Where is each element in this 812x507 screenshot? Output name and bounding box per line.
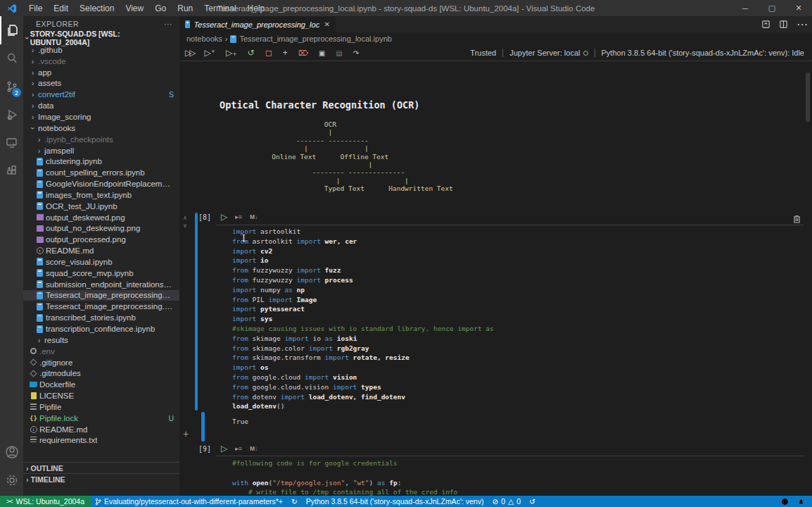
tree-item-license[interactable]: LICENSE	[23, 390, 179, 401]
tree-item-readme-md[interactable]: iREADME.md	[23, 245, 179, 256]
tree-item-image-scoring[interactable]: ›Image_scoring	[23, 111, 179, 123]
tree-item-app[interactable]: ›app	[23, 67, 179, 78]
tree-item-squad-score-mvp-ipynb[interactable]: squad_score_mvp.ipynb	[23, 268, 179, 279]
tree-item-transcribed-stories-ipynb[interactable]: transcribed_stories.ipynb	[23, 312, 179, 323]
run-below-icon[interactable]: ▸≡	[235, 445, 242, 452]
to-markdown-icon[interactable]: M↓	[250, 445, 258, 452]
tab-close-icon[interactable]: ✕	[324, 20, 330, 28]
tree-item-requirements-txt[interactable]: requirements.txt	[23, 435, 179, 446]
tree-item-pipfile[interactable]: Pipfile	[23, 401, 179, 413]
explorer-icon[interactable]	[0, 16, 23, 44]
tree-item--github[interactable]: ›.github	[23, 44, 179, 56]
settings-gear-icon[interactable]	[0, 466, 23, 494]
tab-notebook[interactable]: Tesseract_image_preprocessing_local.ipyn…	[179, 16, 336, 32]
python-interpreter-status[interactable]: Python 3.8.5 64-bit ('story-squad-ds-xJn…	[302, 496, 488, 507]
jupyter-server-status[interactable]: Jupyter Server: local	[502, 49, 594, 57]
tree-item-data[interactable]: ›data	[23, 100, 179, 111]
tree-item-results[interactable]: ›results	[23, 334, 179, 346]
remote-explorer-icon[interactable]	[0, 129, 23, 157]
tree-item-label: requirements.txt	[39, 436, 97, 444]
tree-item-tesseract-image-preprocessing-local-ipynb[interactable]: Tesseract_image_preprocessing_local.ipyn…	[23, 290, 179, 301]
tree-item--env[interactable]: .env	[23, 346, 179, 357]
menu-go[interactable]: Go	[149, 4, 172, 13]
kernel-interpreter-status[interactable]: Python 3.8.5 64-bit ('story-squad-ds-xJn…	[595, 49, 811, 57]
sync-status[interactable]: ↻	[287, 496, 302, 507]
tree-item-convert2tif[interactable]: ›convert2tifS	[23, 89, 179, 100]
explorer-actions-icon[interactable]: ···	[164, 20, 172, 28]
run-below-icon[interactable]: ▸≡	[235, 213, 242, 220]
run-cell-icon[interactable]: ▷	[221, 212, 227, 222]
tree-item-notebooks[interactable]: ›notebooks	[23, 123, 179, 134]
more-actions-icon[interactable]: ⋯	[797, 18, 808, 31]
notifications-bell-icon[interactable]	[793, 496, 812, 507]
tree-item-jamspell[interactable]: ›jamspell	[23, 145, 179, 156]
timeline-restore-status[interactable]: ↺	[525, 496, 540, 507]
tree-item-readme-md[interactable]: iREADME.md	[23, 424, 179, 435]
timeline-section[interactable]: › TIMELINE	[23, 473, 179, 484]
tree-item-transcription-confidence-ipynb[interactable]: transcription_confidence.ipynb	[23, 323, 179, 334]
menu-edit[interactable]: Edit	[48, 4, 74, 13]
trusted-status[interactable]: Trusted	[464, 49, 502, 57]
tree-item-count-spelling-errors-ipynb[interactable]: count_spelling_errors.ipynb	[23, 167, 179, 178]
interrupt-kernel-icon[interactable]: ◻	[265, 48, 272, 58]
breadcrumb-file[interactable]: Tesseract_image_preprocessing_local.ipyn…	[239, 35, 391, 43]
menu-file[interactable]: File	[23, 4, 48, 13]
tree-item-clustering-ipynb[interactable]: clustering.ipynb	[23, 156, 179, 167]
extensions-icon[interactable]	[0, 157, 23, 185]
insert-cell-icon[interactable]: +	[183, 428, 189, 439]
minimize-button[interactable]: ─	[732, 0, 759, 16]
tree-item-submission-endpoint-interations-ipynb[interactable]: submission_endpoint_interations.ipynb	[23, 279, 179, 290]
tree-item-output-deskewed-png[interactable]: output_deskewed.png	[23, 212, 179, 223]
run-cell-icon[interactable]: ▷	[221, 444, 227, 453]
search-icon[interactable]	[0, 44, 23, 73]
add-cell-icon[interactable]: +	[283, 48, 288, 58]
tree-item-score-visual-ipynb[interactable]: score_visual.ipynb	[23, 256, 179, 268]
split-editor-icon[interactable]	[779, 20, 788, 29]
menu-view[interactable]: View	[120, 4, 149, 13]
source-control-icon[interactable]: 2	[0, 73, 23, 101]
export-icon[interactable]: ↷	[353, 49, 359, 57]
tree-item-dockerfile[interactable]: Dockerfile	[23, 379, 179, 390]
menu-selection[interactable]: Selection	[74, 4, 120, 13]
run-cell-and-below-icon[interactable]: ▷₊	[226, 48, 237, 58]
editor-scrollbar[interactable]	[806, 73, 810, 122]
reopen-editor-icon[interactable]	[761, 20, 770, 29]
tree-item-images-from-text-ipynb[interactable]: images_from_text.ipynb	[23, 189, 179, 201]
workspace-root-folder[interactable]: › STORY-SQUAD-DS [WSL: UBUNTU_2004A]	[23, 32, 179, 44]
tree-item-output-processed-png[interactable]: output_processed.png	[23, 234, 179, 245]
menu-run[interactable]: Run	[172, 4, 198, 13]
breadcrumb-folder[interactable]: notebooks	[186, 35, 222, 43]
tree-item-tesseract-image-preprocessing-ipynb[interactable]: Tesseract_image_preprocessing.ipynb	[23, 301, 179, 312]
outline-section[interactable]: › OUTLINE	[23, 462, 179, 473]
tree-item--ipynb-checkpoints[interactable]: ›.ipynb_checkpoints	[23, 134, 179, 145]
remote-indicator[interactable]: >< WSL: Ubuntu_2004a	[0, 496, 91, 507]
tree-item-pipfile-lock[interactable]: {}Pipfile.lockU	[23, 413, 179, 424]
git-branch-status[interactable]: Evaluating/pytesseract-out-with-differen…	[91, 496, 287, 507]
run-all-cells-icon[interactable]: ▷▷	[185, 48, 194, 58]
clear-outputs-icon[interactable]: ⌦	[298, 49, 308, 57]
feedback-smiley-icon[interactable]	[777, 496, 793, 507]
tree-item--gitmodules[interactable]: .gitmodules	[23, 368, 179, 379]
tree-item-assets[interactable]: ›assets	[23, 78, 179, 89]
cell-code-editor[interactable]: import asrtoolkitfrom asrtoolkit import …	[232, 227, 494, 411]
cell-code-editor[interactable]: #following code is for google credential…	[232, 458, 457, 496]
code-cell-9[interactable]: [9] ▷ ▸≡ M↓ #following code is for googl…	[179, 444, 812, 496]
problems-status[interactable]: ⊘0 △0	[488, 496, 525, 507]
tree-item-output-no-deskewing-png[interactable]: output_no_deskewing.png	[23, 223, 179, 234]
run-debug-icon[interactable]	[0, 101, 23, 129]
tree-item-googlevisionendpointreplacement-ipynb[interactable]: GoogleVisionEndpointReplacement.ipynb	[23, 178, 179, 189]
close-button[interactable]: ✕	[785, 0, 812, 16]
notebook-canvas: Optical Character Recognition (OCR) OCR …	[179, 61, 812, 496]
maximize-button[interactable]: ▢	[759, 0, 785, 16]
account-icon[interactable]	[0, 438, 23, 466]
cell-collapse-icons[interactable]: ∧∨	[183, 214, 187, 230]
tree-item--gitignore[interactable]: .gitignore	[23, 357, 179, 368]
code-cell-8[interactable]: ∧∨ [8] ▷ ▸≡ M↓ import asrtoolkitfrom asr…	[179, 211, 812, 413]
to-markdown-icon[interactable]: M↓	[250, 213, 258, 220]
variable-explorer-icon[interactable]: ▣	[319, 49, 325, 57]
tree-item--vscode[interactable]: ›.vscode	[23, 56, 179, 67]
restart-kernel-icon[interactable]: ↺	[248, 48, 255, 58]
tree-item-ocr-test-ju-ipynb[interactable]: OCR_test_JU.ipynb	[23, 201, 179, 212]
run-cells-above-icon[interactable]: ▷⁺	[204, 48, 215, 58]
save-icon[interactable]: ▤	[336, 49, 342, 57]
